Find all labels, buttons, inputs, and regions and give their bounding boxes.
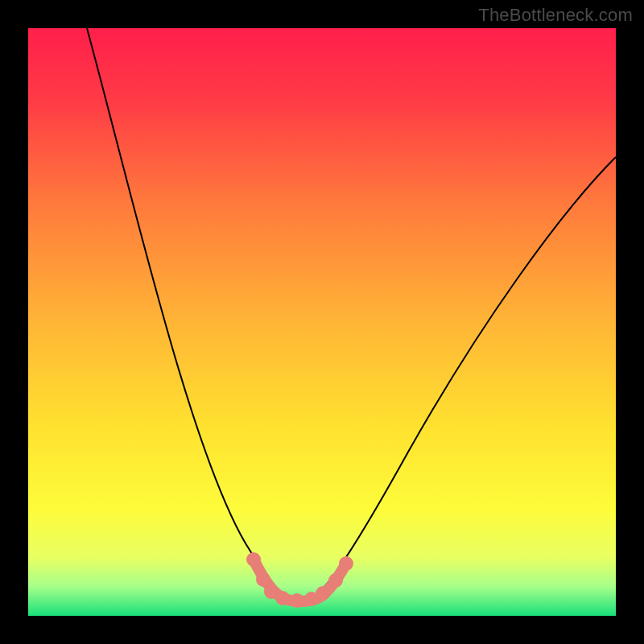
gradient-background bbox=[28, 28, 616, 616]
highlight-dot bbox=[339, 556, 353, 571]
highlight-dot bbox=[246, 552, 261, 567]
highlight-dot bbox=[275, 591, 290, 605]
plot-area bbox=[28, 28, 616, 616]
chart-frame: TheBottleneck.com bbox=[0, 0, 644, 644]
highlight-dot bbox=[256, 572, 270, 587]
highlight-dot bbox=[316, 586, 330, 601]
watermark-text: TheBottleneck.com bbox=[478, 5, 633, 26]
plot-svg bbox=[28, 28, 616, 616]
highlight-dot bbox=[290, 593, 304, 608]
highlight-dot bbox=[328, 573, 343, 588]
